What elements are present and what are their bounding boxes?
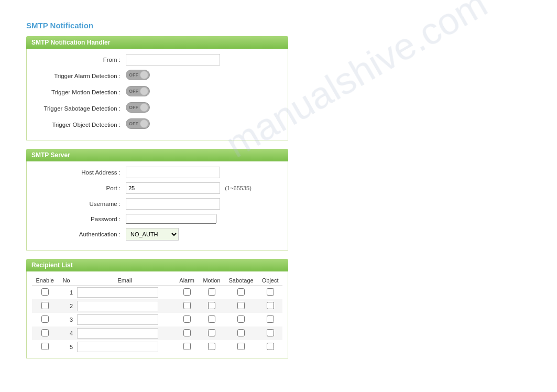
enable-checkbox-4[interactable] (41, 329, 49, 336)
host-control (126, 167, 280, 178)
alarm-col-3 (174, 313, 199, 326)
table-row: 3 (32, 313, 282, 326)
alarm-checkbox-4[interactable] (183, 329, 191, 336)
trigger-motion-label: Trigger Motion Detection : (34, 89, 126, 95)
col-email: Email (75, 276, 174, 286)
motion-checkbox-4[interactable] (208, 329, 215, 336)
port-hint: (1~65535) (225, 185, 251, 191)
object-col-4 (258, 326, 282, 340)
enable-checkbox-3[interactable] (41, 315, 49, 323)
trigger-object-row: Trigger Object Detection : OFF (34, 118, 280, 130)
sabotage-checkbox-1[interactable] (237, 288, 245, 296)
enable-checkbox-5[interactable] (41, 343, 49, 350)
host-input[interactable] (126, 167, 220, 178)
auth-label: Authentication : (34, 231, 126, 237)
trigger-alarm-knob (140, 71, 148, 79)
no-col-4: 4 (58, 326, 75, 340)
trigger-object-control: OFF (126, 118, 280, 130)
auth-control: NO_AUTH AUTH_LOGIN AUTH_PLAIN (126, 228, 280, 241)
alarm-checkbox-1[interactable] (183, 288, 191, 296)
alarm-checkbox-3[interactable] (183, 315, 191, 323)
email-input-3[interactable] (77, 314, 158, 325)
object-checkbox-1[interactable] (267, 288, 274, 296)
from-input[interactable] (126, 54, 220, 66)
sabotage-col-3 (224, 313, 258, 326)
sabotage-col-2 (224, 299, 258, 313)
object-col-2 (258, 299, 282, 313)
trigger-alarm-label: Trigger Alarm Detection : (34, 73, 126, 79)
motion-checkbox-5[interactable] (208, 343, 215, 350)
sabotage-checkbox-5[interactable] (237, 343, 245, 350)
enable-col-2 (32, 299, 58, 313)
object-checkbox-4[interactable] (267, 329, 274, 336)
motion-checkbox-3[interactable] (208, 315, 215, 323)
motion-col-2 (199, 299, 224, 313)
col-no: No (58, 276, 75, 286)
smtp-handler-section: SMTP Notification Handler From : Trigger… (26, 36, 288, 140)
username-label: Username : (34, 201, 126, 207)
auth-row: Authentication : NO_AUTH AUTH_LOGIN AUTH… (34, 228, 280, 241)
smtp-server-header: SMTP Server (26, 149, 288, 161)
trigger-object-knob (140, 119, 148, 128)
trigger-motion-toggle-label: OFF (129, 89, 138, 94)
trigger-motion-control: OFF (126, 86, 280, 98)
alarm-checkbox-5[interactable] (183, 343, 191, 350)
sabotage-col-5 (224, 340, 258, 354)
password-label: Password : (34, 216, 126, 222)
motion-checkbox-2[interactable] (208, 302, 215, 309)
motion-col-1 (199, 286, 224, 300)
trigger-object-toggle[interactable]: OFF (126, 118, 150, 129)
enable-checkbox-1[interactable] (41, 288, 49, 296)
alarm-col-2 (174, 299, 199, 313)
object-checkbox-5[interactable] (267, 343, 274, 350)
password-row: Password : (34, 214, 280, 224)
trigger-alarm-toggle[interactable]: OFF (126, 70, 150, 80)
sabotage-checkbox-2[interactable] (237, 302, 245, 309)
trigger-sabotage-control: OFF (126, 102, 280, 114)
email-col-1 (75, 286, 174, 300)
port-label: Port : (34, 185, 126, 191)
no-col-3: 3 (58, 313, 75, 326)
object-col-1 (258, 286, 282, 300)
email-input-1[interactable] (77, 287, 158, 298)
trigger-motion-row: Trigger Motion Detection : OFF (34, 86, 280, 98)
from-control (126, 54, 280, 66)
port-row: Port : (1~65535) (34, 182, 280, 194)
smtp-server-section: SMTP Server Host Address : Port : (1~655… (26, 149, 288, 251)
no-col-5: 5 (58, 340, 75, 354)
object-col-3 (258, 313, 282, 326)
email-col-2 (75, 299, 174, 313)
trigger-sabotage-knob (140, 103, 148, 112)
enable-col-1 (32, 286, 58, 300)
col-motion: Motion (199, 276, 224, 286)
password-input[interactable] (126, 214, 216, 224)
recipient-list-section: Recipient List Enable No Email Alarm Mot… (26, 259, 288, 358)
enable-col-4 (32, 326, 58, 340)
sabotage-checkbox-3[interactable] (237, 315, 245, 323)
email-input-5[interactable] (77, 342, 158, 352)
port-input[interactable] (126, 182, 220, 194)
alarm-checkbox-2[interactable] (183, 302, 191, 309)
enable-checkbox-2[interactable] (41, 302, 49, 309)
sabotage-col-1 (224, 286, 258, 300)
motion-checkbox-1[interactable] (208, 288, 215, 296)
trigger-alarm-control: OFF (126, 70, 280, 82)
sabotage-checkbox-4[interactable] (237, 329, 245, 336)
trigger-object-toggle-label: OFF (129, 121, 138, 126)
email-input-2[interactable] (77, 301, 158, 311)
enable-col-3 (32, 313, 58, 326)
trigger-sabotage-row: Trigger Sabotage Detection : OFF (34, 102, 280, 114)
from-label: From : (34, 57, 126, 63)
host-row: Host Address : (34, 167, 280, 178)
alarm-col-5 (174, 340, 199, 354)
username-input[interactable] (126, 198, 220, 210)
auth-select[interactable]: NO_AUTH AUTH_LOGIN AUTH_PLAIN (126, 228, 179, 241)
trigger-sabotage-toggle[interactable]: OFF (126, 102, 150, 113)
page-title: SMTP Notification (26, 21, 288, 30)
motion-col-3 (199, 313, 224, 326)
trigger-motion-toggle[interactable]: OFF (126, 86, 150, 96)
username-row: Username : (34, 198, 280, 210)
object-checkbox-3[interactable] (267, 315, 274, 323)
object-checkbox-2[interactable] (267, 302, 274, 309)
email-input-4[interactable] (77, 328, 158, 339)
